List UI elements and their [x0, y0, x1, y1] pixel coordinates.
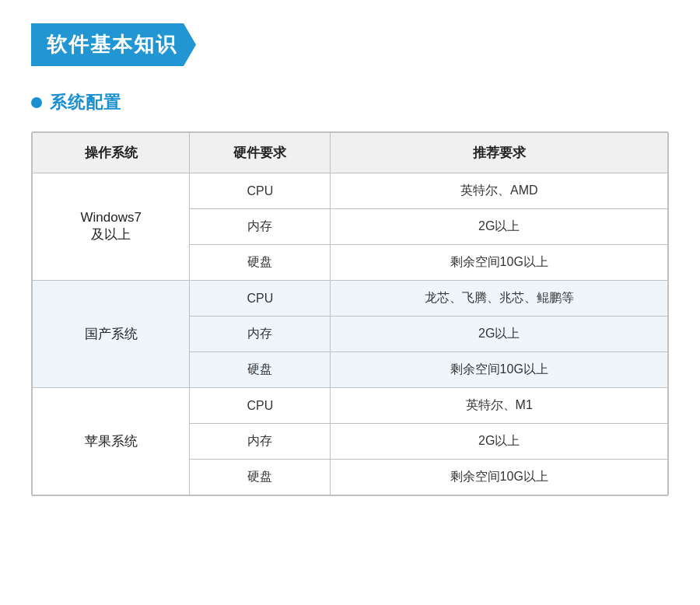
page-title: 软件基本知识	[47, 31, 177, 58]
hw-cell: 内存	[190, 316, 331, 352]
bullet-dot-icon	[31, 97, 42, 108]
hw-cell: 内存	[190, 209, 331, 245]
hw-cell: CPU	[190, 173, 331, 209]
hw-cell: 硬盘	[190, 245, 331, 281]
rec-cell: 2G以上	[331, 209, 668, 245]
title-banner: 软件基本知识	[31, 23, 196, 66]
rec-cell: 2G以上	[331, 316, 668, 352]
rec-cell: 剩余空间10G以上	[331, 352, 668, 388]
rec-cell: 剩余空间10G以上	[331, 460, 668, 495]
os-cell: 苹果系统	[33, 388, 190, 495]
rec-cell: 英特尔、M1	[331, 388, 668, 424]
page-container: 软件基本知识 系统配置 操作系统 硬件要求 推荐要求 Windows7 及以上C…	[0, 0, 700, 605]
hw-cell: 内存	[190, 424, 331, 460]
hw-cell: 硬盘	[190, 460, 331, 495]
hw-cell: CPU	[190, 281, 331, 316]
hw-cell: 硬盘	[190, 352, 331, 388]
section-header: 系统配置	[31, 91, 669, 114]
table-row: Windows7 及以上CPU英特尔、AMD	[33, 173, 668, 209]
table-header-row: 操作系统 硬件要求 推荐要求	[33, 133, 668, 173]
table-row: 苹果系统CPU英特尔、M1	[33, 388, 668, 424]
section-title: 系统配置	[50, 91, 121, 114]
rec-cell: 2G以上	[331, 424, 668, 460]
col-header-os: 操作系统	[33, 133, 190, 173]
config-table-wrapper: 操作系统 硬件要求 推荐要求 Windows7 及以上CPU英特尔、AMD内存2…	[31, 131, 669, 496]
rec-cell: 龙芯、飞腾、兆芯、鲲鹏等	[331, 281, 668, 316]
rec-cell: 英特尔、AMD	[331, 173, 668, 209]
col-header-hw: 硬件要求	[190, 133, 331, 173]
hw-cell: CPU	[190, 388, 331, 424]
config-table: 操作系统 硬件要求 推荐要求 Windows7 及以上CPU英特尔、AMD内存2…	[32, 132, 668, 495]
rec-cell: 剩余空间10G以上	[331, 245, 668, 281]
table-row: 国产系统CPU龙芯、飞腾、兆芯、鲲鹏等	[33, 281, 668, 316]
os-cell: 国产系统	[33, 281, 190, 388]
col-header-rec: 推荐要求	[331, 133, 668, 173]
os-cell: Windows7 及以上	[33, 173, 190, 281]
